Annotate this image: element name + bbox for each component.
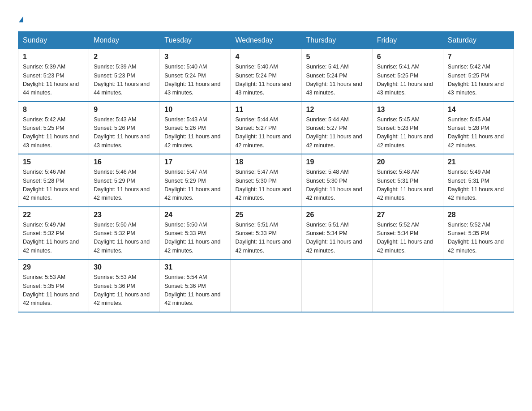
- day-info: Sunrise: 5:43 AMSunset: 5:26 PMDaylight:…: [164, 116, 220, 149]
- header-monday: Monday: [89, 32, 160, 49]
- calendar-cell: 18Sunrise: 5:47 AMSunset: 5:30 PMDayligh…: [231, 154, 301, 207]
- day-number: 14: [448, 106, 509, 114]
- day-number: 3: [164, 53, 226, 61]
- day-info: Sunrise: 5:45 AMSunset: 5:28 PMDaylight:…: [377, 116, 433, 149]
- calendar-cell: 1Sunrise: 5:39 AMSunset: 5:23 PMDaylight…: [18, 49, 89, 102]
- calendar-week-row: 29Sunrise: 5:53 AMSunset: 5:35 PMDayligh…: [18, 259, 514, 312]
- day-number: 21: [448, 158, 509, 166]
- day-info: Sunrise: 5:44 AMSunset: 5:27 PMDaylight:…: [235, 116, 291, 149]
- day-number: 20: [377, 158, 438, 166]
- day-number: 11: [235, 106, 296, 114]
- calendar-cell: 12Sunrise: 5:44 AMSunset: 5:27 PMDayligh…: [301, 102, 372, 154]
- calendar-cell: 21Sunrise: 5:49 AMSunset: 5:31 PMDayligh…: [443, 154, 514, 207]
- calendar-cell: 19Sunrise: 5:48 AMSunset: 5:30 PMDayligh…: [301, 154, 372, 207]
- page-header: [18, 13, 514, 24]
- day-info: Sunrise: 5:41 AMSunset: 5:25 PMDaylight:…: [377, 64, 433, 96]
- calendar-cell: 13Sunrise: 5:45 AMSunset: 5:28 PMDayligh…: [372, 102, 443, 154]
- day-info: Sunrise: 5:39 AMSunset: 5:23 PMDaylight:…: [94, 64, 150, 96]
- calendar-cell: 20Sunrise: 5:48 AMSunset: 5:31 PMDayligh…: [372, 154, 443, 207]
- day-info: Sunrise: 5:49 AMSunset: 5:31 PMDaylight:…: [448, 169, 504, 201]
- header-saturday: Saturday: [443, 32, 514, 49]
- calendar-cell: 2Sunrise: 5:39 AMSunset: 5:23 PMDaylight…: [89, 49, 160, 102]
- header-wednesday: Wednesday: [231, 32, 301, 49]
- day-info: Sunrise: 5:54 AMSunset: 5:36 PMDaylight:…: [164, 274, 220, 306]
- day-number: 8: [23, 106, 84, 114]
- calendar-week-row: 1Sunrise: 5:39 AMSunset: 5:23 PMDaylight…: [18, 49, 514, 102]
- calendar-cell: 16Sunrise: 5:46 AMSunset: 5:29 PMDayligh…: [89, 154, 160, 207]
- day-number: 19: [306, 158, 368, 166]
- day-number: 30: [94, 263, 155, 271]
- calendar-cell: [231, 259, 301, 312]
- day-number: 4: [235, 53, 296, 61]
- calendar-week-row: 15Sunrise: 5:46 AMSunset: 5:28 PMDayligh…: [18, 154, 514, 207]
- day-info: Sunrise: 5:52 AMSunset: 5:35 PMDaylight:…: [448, 222, 504, 254]
- day-number: 28: [448, 211, 509, 219]
- day-info: Sunrise: 5:52 AMSunset: 5:34 PMDaylight:…: [377, 222, 433, 254]
- logo: [18, 13, 23, 24]
- day-info: Sunrise: 5:42 AMSunset: 5:25 PMDaylight:…: [448, 64, 504, 96]
- day-info: Sunrise: 5:51 AMSunset: 5:34 PMDaylight:…: [306, 222, 362, 254]
- day-number: 26: [306, 211, 368, 219]
- calendar-cell: 24Sunrise: 5:50 AMSunset: 5:33 PMDayligh…: [160, 207, 231, 260]
- day-info: Sunrise: 5:49 AMSunset: 5:32 PMDaylight:…: [23, 222, 79, 254]
- day-number: 22: [23, 211, 84, 219]
- calendar-cell: 31Sunrise: 5:54 AMSunset: 5:36 PMDayligh…: [160, 259, 231, 312]
- calendar-cell: 23Sunrise: 5:50 AMSunset: 5:32 PMDayligh…: [89, 207, 160, 260]
- calendar-cell: 27Sunrise: 5:52 AMSunset: 5:34 PMDayligh…: [372, 207, 443, 260]
- day-info: Sunrise: 5:50 AMSunset: 5:32 PMDaylight:…: [94, 222, 150, 254]
- calendar-cell: 11Sunrise: 5:44 AMSunset: 5:27 PMDayligh…: [231, 102, 301, 154]
- calendar-cell: 17Sunrise: 5:47 AMSunset: 5:29 PMDayligh…: [160, 154, 231, 207]
- day-number: 24: [164, 211, 226, 219]
- calendar-cell: 5Sunrise: 5:41 AMSunset: 5:24 PMDaylight…: [301, 49, 372, 102]
- calendar-cell: [372, 259, 443, 312]
- day-info: Sunrise: 5:40 AMSunset: 5:24 PMDaylight:…: [235, 64, 291, 96]
- calendar-cell: [443, 259, 514, 312]
- day-number: 2: [94, 53, 155, 61]
- day-info: Sunrise: 5:46 AMSunset: 5:29 PMDaylight:…: [94, 169, 150, 201]
- calendar-cell: 9Sunrise: 5:43 AMSunset: 5:26 PMDaylight…: [89, 102, 160, 154]
- calendar-cell: 26Sunrise: 5:51 AMSunset: 5:34 PMDayligh…: [301, 207, 372, 260]
- day-number: 29: [23, 263, 84, 271]
- day-number: 9: [94, 106, 155, 114]
- header-sunday: Sunday: [18, 32, 89, 49]
- calendar-cell: 4Sunrise: 5:40 AMSunset: 5:24 PMDaylight…: [231, 49, 301, 102]
- header-friday: Friday: [372, 32, 443, 49]
- day-info: Sunrise: 5:42 AMSunset: 5:25 PMDaylight:…: [23, 116, 79, 149]
- day-number: 31: [164, 263, 226, 271]
- calendar-table: SundayMondayTuesdayWednesdayThursdayFrid…: [18, 31, 514, 313]
- day-number: 15: [23, 158, 84, 166]
- day-number: 12: [306, 106, 368, 114]
- calendar-cell: 6Sunrise: 5:41 AMSunset: 5:25 PMDaylight…: [372, 49, 443, 102]
- day-info: Sunrise: 5:39 AMSunset: 5:23 PMDaylight:…: [23, 64, 79, 96]
- day-info: Sunrise: 5:41 AMSunset: 5:24 PMDaylight:…: [306, 64, 362, 96]
- day-info: Sunrise: 5:47 AMSunset: 5:30 PMDaylight:…: [235, 169, 291, 201]
- calendar-week-row: 8Sunrise: 5:42 AMSunset: 5:25 PMDaylight…: [18, 102, 514, 154]
- header-tuesday: Tuesday: [160, 32, 231, 49]
- day-info: Sunrise: 5:45 AMSunset: 5:28 PMDaylight:…: [448, 116, 504, 149]
- day-info: Sunrise: 5:48 AMSunset: 5:31 PMDaylight:…: [377, 169, 433, 201]
- calendar-cell: 3Sunrise: 5:40 AMSunset: 5:24 PMDaylight…: [160, 49, 231, 102]
- day-number: 13: [377, 106, 438, 114]
- calendar-cell: 28Sunrise: 5:52 AMSunset: 5:35 PMDayligh…: [443, 207, 514, 260]
- day-number: 10: [164, 106, 226, 114]
- day-number: 25: [235, 211, 296, 219]
- day-number: 1: [23, 53, 84, 61]
- calendar-cell: 14Sunrise: 5:45 AMSunset: 5:28 PMDayligh…: [443, 102, 514, 154]
- day-info: Sunrise: 5:47 AMSunset: 5:29 PMDaylight:…: [164, 169, 220, 201]
- calendar-cell: 25Sunrise: 5:51 AMSunset: 5:33 PMDayligh…: [231, 207, 301, 260]
- day-info: Sunrise: 5:51 AMSunset: 5:33 PMDaylight:…: [235, 222, 291, 254]
- day-info: Sunrise: 5:40 AMSunset: 5:24 PMDaylight:…: [164, 64, 220, 96]
- day-info: Sunrise: 5:48 AMSunset: 5:30 PMDaylight:…: [306, 169, 362, 201]
- day-number: 6: [377, 53, 438, 61]
- calendar-cell: 7Sunrise: 5:42 AMSunset: 5:25 PMDaylight…: [443, 49, 514, 102]
- calendar-cell: 29Sunrise: 5:53 AMSunset: 5:35 PMDayligh…: [18, 259, 89, 312]
- day-number: 5: [306, 53, 368, 61]
- calendar-cell: 15Sunrise: 5:46 AMSunset: 5:28 PMDayligh…: [18, 154, 89, 207]
- day-info: Sunrise: 5:46 AMSunset: 5:28 PMDaylight:…: [23, 169, 79, 201]
- calendar-cell: 22Sunrise: 5:49 AMSunset: 5:32 PMDayligh…: [18, 207, 89, 260]
- day-info: Sunrise: 5:53 AMSunset: 5:35 PMDaylight:…: [23, 274, 79, 306]
- calendar-week-row: 22Sunrise: 5:49 AMSunset: 5:32 PMDayligh…: [18, 207, 514, 260]
- day-number: 7: [448, 53, 509, 61]
- day-info: Sunrise: 5:53 AMSunset: 5:36 PMDaylight:…: [94, 274, 150, 306]
- calendar-cell: [301, 259, 372, 312]
